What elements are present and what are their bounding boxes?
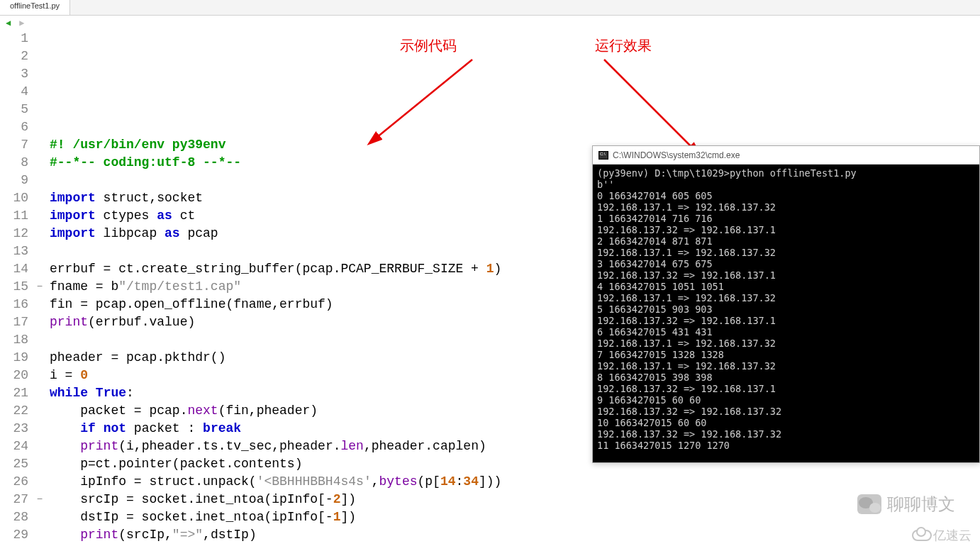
- line-number: 17: [0, 313, 28, 331]
- line-number: 25: [0, 455, 28, 473]
- fold-marker[interactable]: [34, 349, 45, 367]
- line-number: 15: [0, 278, 28, 296]
- fold-marker[interactable]: [34, 136, 45, 154]
- terminal-line: 10 1663427015 60 60: [597, 417, 975, 428]
- line-number: 28: [0, 508, 28, 526]
- fold-marker[interactable]: [34, 526, 45, 544]
- terminal-line: 192.168.137.1 => 192.168.137.32: [597, 247, 975, 258]
- svg-line-0: [377, 60, 472, 138]
- fold-marker[interactable]: [34, 154, 45, 172]
- line-number: 14: [0, 260, 28, 278]
- fold-marker[interactable]: [34, 367, 45, 384]
- terminal-line: 1 1663427014 716 716: [597, 213, 975, 224]
- terminal-line: 2 1663427014 871 871: [597, 235, 975, 247]
- terminal-line: b'': [597, 179, 975, 190]
- fold-marker[interactable]: [34, 260, 45, 278]
- fold-marker[interactable]: [34, 225, 45, 243]
- fold-marker[interactable]: [34, 48, 45, 65]
- line-number: 9: [0, 172, 28, 189]
- line-number: 5: [0, 101, 28, 118]
- terminal-line: 8 1663427015 398 398: [597, 372, 975, 383]
- line-number: 21: [0, 384, 28, 402]
- terminal-line: 3 1663427014 675 675: [597, 258, 975, 269]
- line-number: 13: [0, 243, 28, 260]
- line-number: 16: [0, 296, 28, 313]
- line-number: 18: [0, 331, 28, 349]
- line-number: 20: [0, 367, 28, 384]
- code-line[interactable]: srcIp = socket.inet_ntoa(ipInfo[-2]): [50, 491, 980, 508]
- fold-column: −−: [34, 30, 45, 551]
- terminal-line: 192.168.137.1 => 192.168.137.32: [597, 360, 975, 372]
- terminal-line: 192.168.137.1 => 192.168.137.32: [597, 338, 975, 349]
- fold-marker[interactable]: [34, 243, 45, 260]
- terminal-line: 192.168.137.1 => 192.168.137.32: [597, 292, 975, 304]
- fold-marker[interactable]: [34, 101, 45, 118]
- fold-marker[interactable]: [34, 313, 45, 331]
- line-number: 3: [0, 65, 28, 83]
- cmd-icon: [598, 151, 608, 160]
- terminal-line: 7 1663427015 1328 1328: [597, 349, 975, 360]
- line-number: 24: [0, 438, 28, 455]
- fold-marker[interactable]: [34, 189, 45, 207]
- terminal-line: 6 1663427015 431 431: [597, 326, 975, 338]
- nav-forward-icon[interactable]: ▶: [19, 18, 24, 28]
- line-number: 26: [0, 473, 28, 491]
- line-number: 29: [0, 526, 28, 544]
- code-line[interactable]: dstIp = socket.inet_ntoa(ipInfo[-1]): [50, 508, 980, 526]
- fold-marker[interactable]: [34, 172, 45, 189]
- line-number: 27: [0, 491, 28, 508]
- svg-line-1: [604, 60, 693, 148]
- terminal-line: 9 1663427015 60 60: [597, 394, 975, 406]
- terminal-line: 192.168.137.32 => 192.168.137.1: [597, 269, 975, 281]
- tab-bar: offlineTest1.py: [0, 0, 980, 16]
- code-line[interactable]: ipInfo = struct.unpack('<BBHHHBBH4s4s',b…: [50, 473, 980, 491]
- line-number: 10: [0, 189, 28, 207]
- terminal-titlebar[interactable]: C:\WINDOWS\system32\cmd.exe: [593, 146, 979, 165]
- watermark-text-2: 亿速云: [933, 527, 971, 544]
- line-number: 7: [0, 136, 28, 154]
- fold-marker[interactable]: [34, 83, 45, 101]
- fold-marker[interactable]: [34, 455, 45, 473]
- terminal-line: 192.168.137.32 => 192.168.137.1: [597, 383, 975, 394]
- terminal-line: 5 1663427015 903 903: [597, 304, 975, 315]
- terminal-line: (py39env) D:\tmp\t1029>python offlineTes…: [597, 167, 975, 179]
- watermark-text-1: 聊聊博文: [887, 493, 955, 516]
- line-number: 12: [0, 225, 28, 243]
- fold-marker[interactable]: [34, 384, 45, 402]
- fold-marker[interactable]: [34, 30, 45, 48]
- nav-row: ◀ ▶: [0, 16, 980, 30]
- terminal-window: C:\WINDOWS\system32\cmd.exe (py39env) D:…: [592, 145, 980, 463]
- watermark-wechat: 聊聊博文: [857, 493, 955, 516]
- fold-marker[interactable]: [34, 473, 45, 491]
- line-number: 19: [0, 349, 28, 367]
- fold-marker[interactable]: [34, 420, 45, 438]
- line-number: 11: [0, 207, 28, 225]
- fold-marker[interactable]: [34, 438, 45, 455]
- nav-back-icon[interactable]: ◀: [6, 18, 11, 28]
- fold-marker[interactable]: [34, 207, 45, 225]
- terminal-title: C:\WINDOWS\system32\cmd.exe: [613, 150, 740, 160]
- code-line[interactable]: print(srcIp,"=>",dstIp): [50, 526, 980, 544]
- terminal-line: 192.168.137.32 => 192.168.137.32: [597, 428, 975, 440]
- fold-marker[interactable]: −: [34, 278, 45, 296]
- line-number: 22: [0, 402, 28, 420]
- terminal-line: 192.168.137.1 => 192.168.137.32: [597, 201, 975, 213]
- fold-marker[interactable]: −: [34, 491, 45, 508]
- fold-marker[interactable]: [34, 118, 45, 136]
- fold-marker[interactable]: [34, 296, 45, 313]
- fold-marker[interactable]: [34, 508, 45, 526]
- code-line[interactable]: [50, 544, 980, 551]
- wechat-icon: [857, 494, 881, 514]
- terminal-line: 192.168.137.32 => 192.168.137.1: [597, 315, 975, 326]
- terminal-line: 192.168.137.32 => 192.168.137.1: [597, 224, 975, 235]
- line-number: 6: [0, 118, 28, 136]
- line-number: 8: [0, 154, 28, 172]
- line-number: 23: [0, 420, 28, 438]
- line-number: 1: [0, 30, 28, 48]
- fold-marker[interactable]: [34, 65, 45, 83]
- file-tab[interactable]: offlineTest1.py: [0, 0, 70, 15]
- terminal-line: 11 1663427015 1270 1270: [597, 440, 975, 451]
- fold-marker[interactable]: [34, 331, 45, 349]
- fold-marker[interactable]: [34, 402, 45, 420]
- terminal-body[interactable]: (py39env) D:\tmp\t1029>python offlineTes…: [593, 165, 979, 462]
